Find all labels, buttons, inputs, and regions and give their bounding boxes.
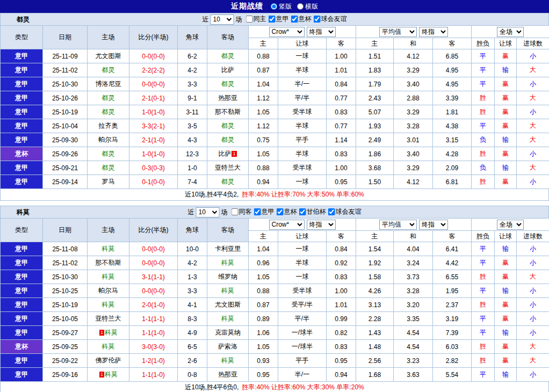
filter-checkbox[interactable]: 意杯 [277,207,297,216]
away-team-cell[interactable]: 都灵 [207,77,249,91]
score-cell[interactable]: 1-0(1-0) [129,147,178,161]
average-time-select[interactable]: 终指 [419,220,448,230]
match-count-select[interactable]: 10 [211,14,234,25]
score-cell[interactable]: 0-3(0-3) [129,161,178,175]
away-team-cell[interactable]: 亚特兰大 [207,161,249,175]
away-team-cell[interactable]: 都灵 [207,175,249,189]
away-team-cell[interactable]: 萨索洛 [207,340,249,354]
away-team-cell[interactable]: 维罗纳 [207,270,249,284]
score-cell[interactable]: 0-0(0-0) [129,49,178,63]
home-team-cell[interactable]: 科莫 [88,242,129,256]
score-cell[interactable]: 0-0(0-0) [129,77,178,91]
away-team-cell[interactable]: 都灵 [207,49,249,63]
score-cell[interactable]: 3-3(2-1) [129,119,178,133]
odds-away-cell: 1.00 [327,49,356,63]
filter-checkbox[interactable]: 意甲 [269,14,289,24]
away-team-cell[interactable]: 热那亚 [207,91,249,105]
score-cell[interactable]: 2-1(1-0) [129,133,178,147]
home-team-cell[interactable]: 亚特兰大 [88,312,129,326]
score-cell[interactable]: 1-2(1-0) [129,354,178,368]
away-team-cell[interactable]: 科莫 [207,312,249,326]
filter-checkbox[interactable]: 意甲 [254,207,274,216]
away-team-cell[interactable]: 科莫 [207,354,249,368]
away-team-cell[interactable]: 尤文图斯 [207,298,249,312]
checkbox-input[interactable] [277,208,284,215]
match-count-select[interactable]: 10 [196,207,220,217]
score-cell[interactable]: 2-2(2-2) [129,63,178,77]
filter-checkbox[interactable]: 同主 [246,14,266,24]
away-team-cell[interactable]: 热那亚 [207,368,249,382]
score-cell[interactable]: 0-0(0-0) [129,284,178,298]
col-odds-away-header: 客 [327,231,356,242]
odds-time-select[interactable]: 终指 [307,220,336,230]
home-team-cell[interactable]: 拉齐奥 [88,119,129,133]
away-team-cell[interactable]: 科莫 [207,256,249,270]
home-team-cell[interactable]: 博洛尼亚 [88,77,129,91]
away-team-cell[interactable]: 那不勒斯 [207,105,249,119]
home-team-cell[interactable]: 佛罗伦萨 [88,354,129,368]
score-cell[interactable]: 1-0(1-0) [129,105,178,119]
home-team-cell[interactable]: 科莫 [88,340,129,354]
date-cell: 25-11-09 [43,49,88,63]
avg-home-cell: 3.68 [356,161,394,175]
score-cell[interactable]: 2-1(0-1) [129,91,178,105]
home-team-cell[interactable]: 都灵 [88,105,129,119]
scope-select[interactable]: 全场 [497,27,524,37]
home-team-cell[interactable]: 罗马 [88,175,129,189]
score-cell[interactable]: 0-0(0-0) [129,256,178,270]
home-team-cell[interactable]: 尤文图斯 [88,49,129,63]
home-team-cell[interactable]: 科莫 [88,270,129,284]
home-team-cell[interactable]: 都灵 [88,91,129,105]
home-team-cell[interactable]: 都灵 [88,161,129,175]
filter-checkbox[interactable]: 意杯 [291,14,312,24]
score-cell[interactable]: 1-1(1-1) [129,312,178,326]
away-team-cell[interactable]: 比萨 [207,63,249,77]
scope-select[interactable]: 全场 [497,220,524,230]
checkbox-input[interactable] [246,16,253,23]
filter-checkbox[interactable]: 甘伯杯 [299,207,326,216]
filter-checkbox[interactable]: 球会友谊 [328,207,362,216]
view-radio-button[interactable] [271,3,277,10]
odds-time-select[interactable]: 终指 [307,27,336,37]
home-team-cell[interactable]: 都灵 [88,147,129,161]
home-team-cell[interactable]: 帕尔马 [88,284,129,298]
view-option[interactable]: 竖版 [271,2,292,11]
view-radio-button[interactable] [297,3,304,10]
filter-checkbox[interactable]: 球会友谊 [314,14,347,24]
checkbox-input[interactable] [328,208,335,215]
score-cell[interactable]: 0-1(0-0) [129,175,178,189]
checkbox-input[interactable] [314,16,321,23]
score-cell[interactable]: 3-0(3-0) [129,340,178,354]
away-team-cell[interactable]: 科莫 [207,284,249,298]
home-team-cell[interactable]: 都灵 [88,63,129,77]
checkbox-input[interactable] [254,208,261,215]
bookmaker-select[interactable]: Crow* [269,220,305,230]
checkbox-label: 球会友谊 [321,14,347,24]
bookmaker-select[interactable]: Crow* [269,27,305,37]
checkbox-input[interactable] [232,208,239,215]
average-select[interactable]: 平均值 [379,220,417,230]
away-team-cell[interactable]: 比萨1 [207,147,249,161]
away-team-cell[interactable]: 都灵 [207,119,249,133]
away-team-cell[interactable]: 卡利亚里 [207,242,249,256]
checkbox-input[interactable] [299,208,306,215]
home-team-cell[interactable]: 科莫 [88,298,129,312]
score-cell[interactable]: 3-1(1-1) [129,270,178,284]
home-team-cell[interactable]: 1科莫 [88,326,129,340]
away-team-cell[interactable]: 克雷莫纳 [207,326,249,340]
view-option[interactable]: 横版 [297,2,318,11]
away-team-cell[interactable]: 都灵 [207,133,249,147]
filter-checkbox[interactable]: 同客 [232,207,252,216]
score-cell[interactable]: 1-1(1-0) [129,368,178,382]
score-cell[interactable]: 1-1(1-0) [129,326,178,340]
average-time-select[interactable]: 终指 [419,27,448,37]
score-cell[interactable]: 0-0(0-0) [129,242,178,256]
home-team-cell[interactable]: 那不勒斯 [88,256,129,270]
checkbox-input[interactable] [269,16,276,23]
home-team-cell[interactable]: 帕尔马 [88,133,129,147]
results-table: 类型 日期 主场 比分(半场) 角球 客场 Crow*终指 平均值终指 全场 主… [0,218,549,382]
score-cell[interactable]: 2-0(1-0) [129,298,178,312]
home-team-cell[interactable]: 1科莫 [88,368,129,382]
average-select[interactable]: 平均值 [379,27,417,37]
checkbox-input[interactable] [291,16,298,23]
